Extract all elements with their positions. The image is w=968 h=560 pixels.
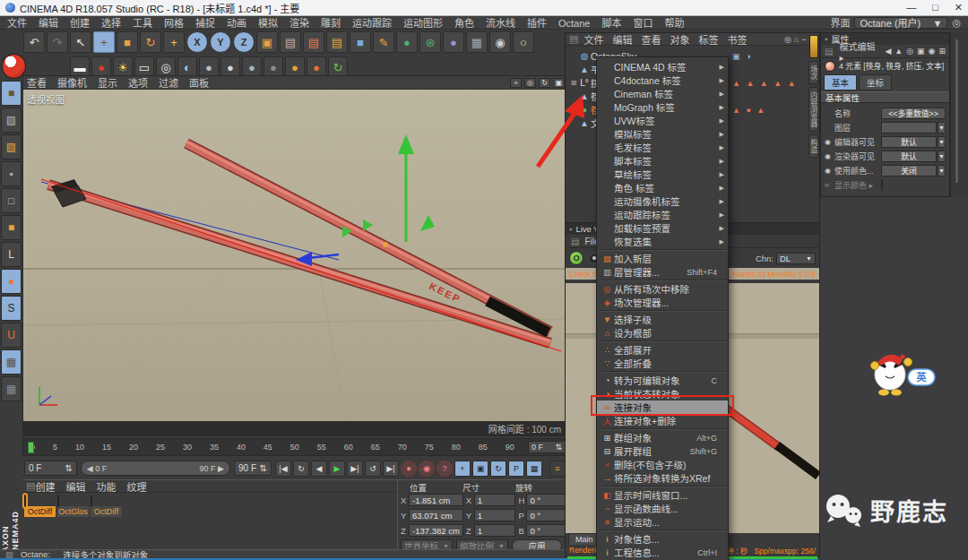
previous-frame-button[interactable]: ◀ [311,461,327,477]
menu-item[interactable]: 插件 [527,18,547,29]
key-rotation-button[interactable]: ↻ [490,461,506,477]
primitive-cube-icon[interactable]: ■ [350,31,371,53]
channel-select[interactable]: DL▼ [776,253,816,264]
field-value[interactable] [881,122,937,134]
attr-menu-item[interactable]: 模式 [839,42,857,52]
material-menu-item[interactable]: 功能 [96,482,116,493]
OctDiff[interactable]: OctDiff [91,495,122,517]
context-menu-item[interactable]: UVW标签 ▶ [597,114,728,127]
timeline-scale-slider[interactable]: ≡ [549,461,566,477]
material-menu-item[interactable]: 创建 [35,482,55,493]
override-radio[interactable]: ◉ [825,167,834,175]
viewport-scene[interactable]: KEEP [23,90,568,421]
menu-item[interactable]: 渲染 [290,18,309,29]
context-menu-item[interactable]: ◧ 显示时间线窗口... [597,488,728,502]
scene-camera-icon[interactable]: ◉ [489,31,511,53]
go-to-end-button[interactable]: ▶| [383,461,399,477]
forward-arrow-icon[interactable]: ▲ [895,47,903,56]
subdivision-surface-icon[interactable]: ● [396,31,418,53]
context-menu-item[interactable]: 恢复选集 ▶ [597,235,728,248]
coord-value-field[interactable]: -1.851 cm [409,494,463,506]
snap-icon[interactable]: S [1,296,22,321]
zoom-view-icon[interactable]: ◎ [524,78,536,88]
go-to-start-button[interactable]: |◀ [275,461,291,477]
menu-item[interactable]: 雕刻 [321,18,341,29]
om-menu-item[interactable]: 对象 [670,35,689,46]
om-menu-item[interactable]: 书签 [727,35,747,46]
field-value[interactable] [881,179,883,191]
palette-icon[interactable] [809,35,818,58]
menu-item[interactable]: 模拟 [258,18,278,29]
context-menu-item[interactable]: C4doctane 标签 ▶ [597,73,728,87]
rotate-view-icon[interactable]: ↻ [539,78,550,88]
menu-item[interactable]: 文件 [7,18,27,29]
rotate-tool-icon[interactable]: ↻ [140,31,161,53]
coord-value-field[interactable]: 0 ° [526,494,568,506]
octane-logo-icon[interactable]: O [569,251,583,265]
chevron-down-icon[interactable]: ▼ [938,136,946,148]
toggle-view-icon[interactable]: ▣ [553,78,565,88]
viewport-menu-item[interactable]: 摄像机 [57,78,87,89]
play-preview-button[interactable]: ↻ [293,461,309,477]
attr-menu-item[interactable]: 编辑 [857,42,875,52]
context-menu-item[interactable]: 加载标签预置 ▶ [597,221,728,235]
menu-item[interactable]: 帮助 [664,18,684,29]
coord-value-field[interactable]: -137.382 cm [409,524,463,537]
field-value[interactable]: 默认 [881,151,937,162]
minimize-panel-icon[interactable]: − [801,35,806,44]
menu-item[interactable]: 脚本 [601,18,621,29]
dock-tab[interactable]: 构造 [808,134,818,158]
OctDiff[interactable]: OctDiff [24,495,56,517]
camera-label[interactable]: 透视视图 [27,92,65,106]
context-menu-item[interactable]: × 删除(不包含子级) [597,458,728,471]
polygon-mode-icon[interactable]: ■ [1,215,22,240]
cycle-mode-button[interactable]: ↺ [365,461,381,477]
environment-icon[interactable]: ▦ [466,31,488,53]
key-position-button[interactable]: + [454,461,471,477]
track-icon[interactable]: ◉ [929,47,936,56]
context-menu-item[interactable]: ⊞ 群组对象 Alt+G [597,431,728,444]
context-menu-item[interactable]: 运动摄像机标签 ▶ [597,194,728,208]
context-menu-item[interactable]: 毛发标签 ▶ [597,141,728,154]
coord-system-icon[interactable]: ▣ [256,31,278,53]
keyframe-selection-button[interactable]: ? [436,461,453,477]
scroll-strip[interactable] [950,32,968,197]
context-menu-item[interactable]: i 工程信息... Ctrl+I [597,546,728,559]
undo-icon[interactable]: ↶ [23,31,45,53]
menu-item[interactable]: 角色 [454,18,474,29]
interface-select[interactable]: Octane (用户) ▼ [854,17,947,29]
edge-mode-icon[interactable]: □ [1,188,22,213]
menu-item[interactable]: 运动跟踪 [352,18,392,29]
coord-value-field[interactable]: 1 [474,524,516,537]
move-tool-icon[interactable]: + [93,31,115,53]
frame-end-box[interactable]: 0 F⇅ [528,441,566,453]
make-editable-icon[interactable]: ■ [1,81,22,106]
context-menu-item[interactable]: ▤ 加入新层 [597,252,728,265]
viewport-menu-item[interactable]: 查看 [27,78,47,89]
search-icon[interactable]: ◎ [952,17,961,29]
viewport-solo-icon[interactable]: ● [1,269,22,294]
context-menu-item[interactable]: ▥ 层管理器... Shift+F4 [597,265,728,279]
dock-tab[interactable]: 场次 [808,61,818,84]
end-frame-field[interactable]: 90 F⇅ [234,461,272,476]
render-settings-icon[interactable]: ▤ [326,31,348,53]
context-menu-item[interactable]: ⌂ 设为根部 [597,326,728,340]
expand-toggle-icon[interactable]: ⊞ [569,79,578,87]
z-axis-lock-icon[interactable]: Z [233,31,255,53]
workplane-mode-icon[interactable]: ▦ [1,376,22,401]
override-radio[interactable]: ◉ [825,138,834,146]
context-menu-item[interactable]: i 对象信息... [597,532,728,546]
context-menu-item[interactable]: 角色 标签 ▶ [597,181,728,194]
attr-tab[interactable]: 坐标 [859,74,892,90]
context-menu-item[interactable]: CINEMA 4D 标签 ▶ [597,60,728,73]
search-icon[interactable]: ◎ [784,35,791,44]
om-menu-item[interactable]: 文件 [583,35,603,46]
menu-item[interactable]: 创建 [70,18,90,29]
context-menu-item[interactable]: 脚本标签 ▶ [597,154,728,168]
lock-icon[interactable]: ▣ [917,47,925,56]
key-parameter-button[interactable]: P [508,461,524,477]
chevron-down-icon[interactable]: ▼ [938,151,946,162]
frame-range-slider[interactable]: ◀ 0 F90 F ▶ [81,461,230,476]
title-bar[interactable]: CINEMA 4D R18.057 Studio (RC - R18) - [未… [0,0,968,16]
menu-item[interactable]: 窗口 [633,18,653,29]
